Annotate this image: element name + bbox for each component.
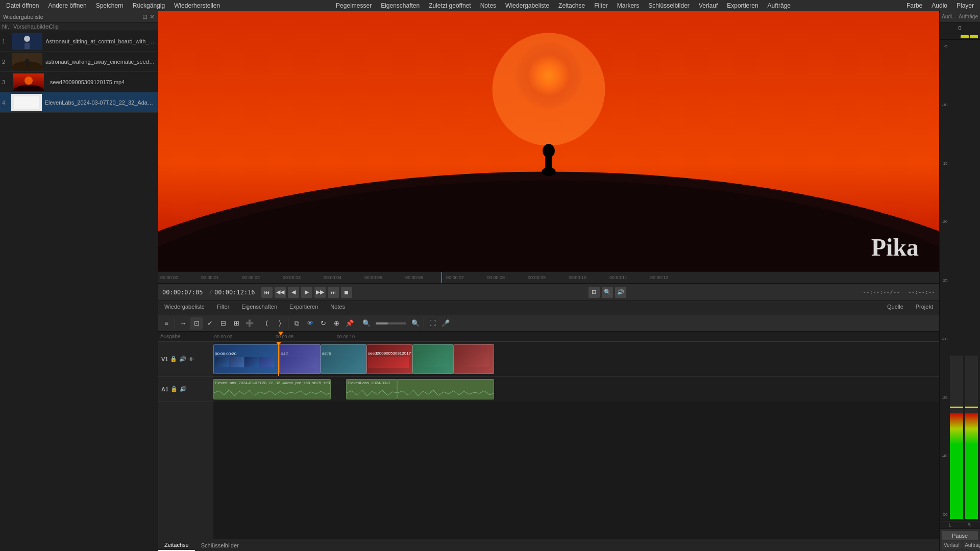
menu-farbe[interactable]: Farbe xyxy=(902,1,926,10)
tl-pin-btn[interactable]: 📌 xyxy=(344,317,356,330)
transport-prev[interactable]: ◀ xyxy=(288,287,299,298)
tl-loop-btn[interactable]: ↻ xyxy=(317,317,329,330)
ruler-mark: 00:00:02 xyxy=(242,275,283,280)
clip-label: astr xyxy=(281,351,317,356)
menu-zeitachse[interactable]: Zeitachse xyxy=(554,1,589,10)
tl-separator-3 xyxy=(288,318,288,329)
tl-move-btn[interactable]: ↔ xyxy=(177,317,189,330)
a1-audio-icon[interactable]: 🔊 xyxy=(180,386,187,392)
menu-wiedergabeliste[interactable]: Wiedergabeliste xyxy=(501,1,553,10)
tl-ripple-btn[interactable]: ⧉ xyxy=(290,317,303,330)
transport-grid[interactable]: ⊞ xyxy=(589,287,600,298)
audio-clip[interactable]: ElevenLabs_2024-03-07T20_22_32_Adam_pre_… xyxy=(213,379,331,399)
ruler-mark: 00:00:09 xyxy=(528,275,569,280)
tl-tab-schlusselbilder[interactable]: Schlüsselbilder xyxy=(195,540,245,550)
tl-eye-btn[interactable]: 👁 xyxy=(304,317,316,330)
tl-grid-btn[interactable]: ⊞ xyxy=(230,317,242,330)
audio-value-display: 0 xyxy=(958,25,961,31)
video-track-row[interactable]: 00:00:00:20 xyxy=(213,342,939,377)
menu-auftrage[interactable]: Aufträge xyxy=(764,1,795,10)
audio-track-row[interactable]: ElevenLabs_2024-03-07T20_22_32_Adam_pre_… xyxy=(213,377,939,402)
transport-audio[interactable]: 🔊 xyxy=(615,287,626,298)
menu-andere-offnen[interactable]: Andere öffnen xyxy=(44,1,91,10)
menu-verlauf[interactable]: Verlauf xyxy=(695,1,722,10)
menu-zuletzt[interactable]: Zuletzt geöffnet xyxy=(425,1,475,10)
tl-mic-btn[interactable]: 🎤 xyxy=(439,317,452,330)
menu-audio[interactable]: Audio xyxy=(927,1,951,10)
media-columns: Nr. Vorschaubilder Clip xyxy=(0,22,158,31)
scale-minus25: -25 xyxy=(942,278,948,283)
source-tab[interactable]: Quelle xyxy=(881,301,910,315)
menu-wiederherstellen[interactable]: Wiederherstellen xyxy=(170,1,224,10)
video-clip[interactable]: astro xyxy=(321,344,366,374)
panel-close-icon[interactable]: ✕ xyxy=(150,13,155,20)
track-playhead xyxy=(278,342,279,376)
tl-blade2-btn[interactable]: ⟩ xyxy=(274,317,286,330)
transport-zoom[interactable]: 🔍 xyxy=(602,287,613,298)
menu-exportieren[interactable]: Exportieren xyxy=(723,1,762,10)
transport-prev-frame[interactable]: ◀◀ xyxy=(275,287,286,298)
list-item[interactable]: 1 Astronaut_sitting_at_control_board_wit… xyxy=(0,31,158,52)
transport-stop[interactable]: ⏹ xyxy=(341,287,352,298)
tl-zoom-in-btn[interactable]: 🔍 xyxy=(409,317,422,330)
transport-skip-end[interactable]: ⏭ xyxy=(328,287,339,298)
tl-snap-btn[interactable]: ⊕ xyxy=(330,317,342,330)
menu-player[interactable]: Player xyxy=(952,1,978,10)
verlauf-button[interactable]: Verlauf xyxy=(942,541,962,549)
tl-checkmark-btn[interactable]: ✓ xyxy=(204,317,216,330)
tl-zoom-out-btn[interactable]: 🔍 xyxy=(360,317,373,330)
audio-clip[interactable] xyxy=(397,379,494,399)
video-clip[interactable]: astr xyxy=(280,344,321,374)
tl-tab-zeitachse[interactable]: Zeitachse xyxy=(158,540,195,551)
video-clip[interactable]: seed2009005309120175.mp4 xyxy=(366,344,412,374)
v1-eye-icon[interactable]: 👁 xyxy=(188,356,194,362)
tab-filter[interactable]: Filter xyxy=(211,301,235,315)
tl-plus-btn[interactable]: ➕ xyxy=(243,317,256,330)
tl-menu-btn[interactable]: ≡ xyxy=(160,317,173,330)
menu-pegelmesser[interactable]: Pegelmesser xyxy=(332,1,376,10)
menu-datei-offnen[interactable]: Datei öffnen xyxy=(2,1,43,10)
item-thumbnail xyxy=(12,53,42,70)
menu-notes[interactable]: Notes xyxy=(476,1,500,10)
audi-tab[interactable]: Audi... xyxy=(942,14,956,19)
meter-bar-l xyxy=(950,356,963,519)
transport-next[interactable]: ▶▶ xyxy=(314,287,326,298)
list-item[interactable]: 2 astronaut_walking_away_cinematic_seed4… xyxy=(0,52,158,72)
panel-resize-icon[interactable]: ⊡ xyxy=(142,13,148,20)
menu-markers[interactable]: Markers xyxy=(613,1,643,10)
pause-button[interactable]: Pause xyxy=(942,531,978,540)
list-item[interactable]: 3 _seed2009005309120175 xyxy=(0,72,158,92)
tl-split-btn[interactable]: ⊟ xyxy=(217,317,229,330)
col-preview: Vorschaubilder xyxy=(13,23,49,30)
tab-exportieren[interactable]: Exportieren xyxy=(283,301,324,315)
scale-minus35: -35 xyxy=(942,395,948,400)
video-clip[interactable] xyxy=(412,344,453,374)
menu-schlusselbilder[interactable]: Schlüsselbilder xyxy=(644,1,694,10)
menu-filter[interactable]: Filter xyxy=(590,1,612,10)
auftrage-button[interactable]: Aufträge xyxy=(963,541,980,549)
auftrage-header-tab[interactable]: Aufträge xyxy=(959,14,978,19)
track-time-ruler[interactable]: 00:00:00 00:00:05 00:00:10 xyxy=(213,332,939,342)
menu-bar: Datei öffnen Andere öffnen Speichern Rüc… xyxy=(0,0,980,11)
video-clip[interactable] xyxy=(453,344,494,374)
tl-blade-btn[interactable]: ⟨ xyxy=(260,317,273,330)
a1-lock-icon[interactable]: 🔒 xyxy=(170,386,178,392)
tab-notes[interactable]: Notes xyxy=(324,301,351,315)
tab-eigenschaften[interactable]: Eigenschaften xyxy=(235,301,283,315)
tl-fullscreen-btn[interactable]: ⛶ xyxy=(426,317,438,330)
menu-speichern[interactable]: Speichern xyxy=(92,1,128,10)
list-item[interactable]: 4 ElevenLabs_2024-03-07T20_22_32_Adam_pr… xyxy=(0,92,158,113)
tl-zoom-bar[interactable] xyxy=(376,322,406,324)
v1-lock-icon[interactable]: 🔒 xyxy=(170,356,177,362)
tl-select-btn[interactable]: ⊡ xyxy=(190,317,203,330)
audio-clip[interactable]: ElevenLabs_2024-03-0 xyxy=(346,379,397,399)
menu-eigenschaften[interactable]: Eigenschaften xyxy=(377,1,424,10)
tab-wiedergabeliste[interactable]: Wiedergabeliste xyxy=(158,301,211,315)
project-tab[interactable]: Projekt xyxy=(910,301,939,315)
transport-skip-start[interactable]: ⏮ xyxy=(261,287,273,298)
transport-play[interactable]: ▶ xyxy=(301,287,312,298)
item-nr: 4 xyxy=(2,99,11,106)
menu-ruckgangig[interactable]: Rückgängig xyxy=(129,1,169,10)
video-clip[interactable]: 00:00:00:20 xyxy=(213,344,280,374)
v1-audio-icon[interactable]: 🔊 xyxy=(179,356,186,362)
